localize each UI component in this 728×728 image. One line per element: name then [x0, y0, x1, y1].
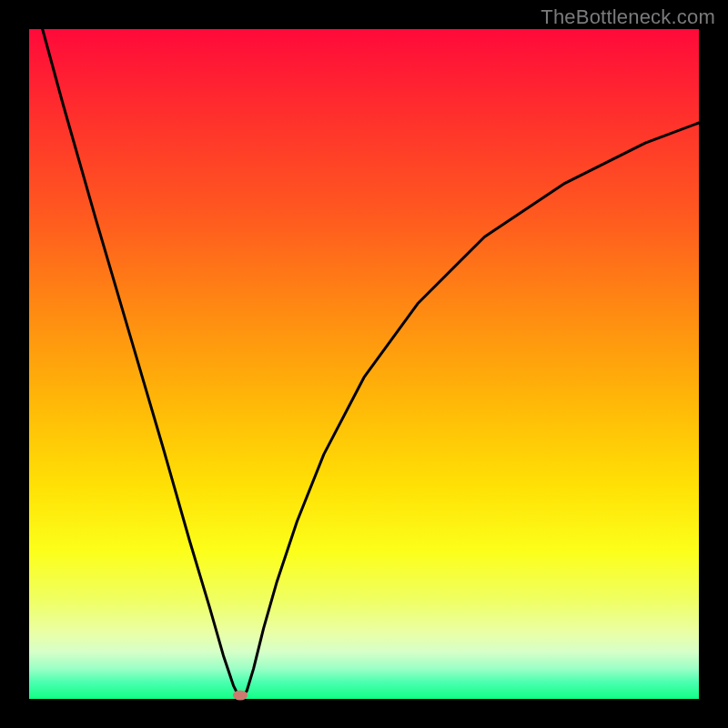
chart-frame: TheBottleneck.com [0, 0, 728, 728]
watermark-text: TheBottleneck.com [541, 5, 715, 29]
bottleneck-curve [29, 29, 699, 699]
chart-plot-area [29, 29, 699, 699]
optimal-point-marker [233, 691, 248, 701]
